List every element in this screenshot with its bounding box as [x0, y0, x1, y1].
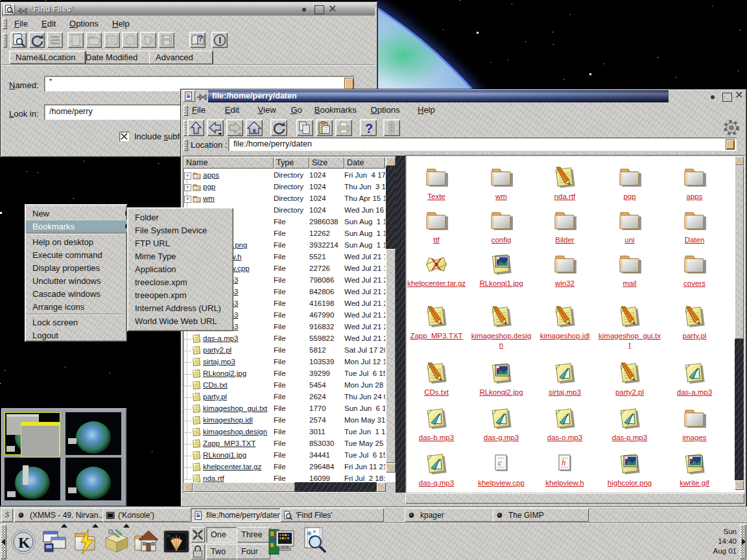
- window-tool-icon-button[interactable]: [191, 527, 205, 542]
- column-header-name[interactable]: Name: [184, 157, 274, 169]
- ff-toolbar-sheet-icon[interactable]: [104, 32, 120, 48]
- file-icon-item[interactable]: kwrite.gif: [663, 452, 726, 488]
- file-icon-item[interactable]: apps: [663, 165, 726, 202]
- desktop-button-three[interactable]: Three: [237, 527, 270, 542]
- submenu-item-file-system-device[interactable]: File System Device: [128, 224, 240, 237]
- menu-item-display-properties[interactable]: Display properties: [25, 261, 134, 274]
- task-button[interactable]: The GIMP: [493, 508, 589, 522]
- kfm-toolbar-paste-icon[interactable]: [316, 119, 333, 136]
- file-icon-item[interactable]: h khelpview.h: [534, 452, 596, 488]
- kfm-toolbar-forward-icon[interactable]: [226, 119, 243, 136]
- menu-item-bookmarks[interactable]: Bookmarks: [25, 220, 134, 233]
- scroll-down-icon[interactable]: [735, 480, 744, 490]
- file-icon-item[interactable]: covers: [663, 252, 726, 288]
- file-icon-item[interactable]: c khelpview.cpp: [470, 452, 532, 488]
- tree-row[interactable]: das-a.mp3 File 559822 Wed Jul 21 21: [184, 333, 385, 345]
- kfm-app-icon[interactable]: [183, 90, 195, 102]
- file-icon-item[interactable]: nda.rtf: [534, 165, 596, 202]
- ff-toolbar-reload-icon[interactable]: [29, 32, 45, 48]
- file-icon-item[interactable]: mail: [599, 252, 661, 288]
- kfm-toolbar-copy-icon[interactable]: [296, 119, 313, 136]
- task-button[interactable]: (XMMS - 49. Nirvan...: [14, 508, 108, 522]
- ff-toolbar-folder-icon[interactable]: [86, 32, 102, 48]
- tab-advanced[interactable]: Advanced: [149, 51, 213, 64]
- file-icon-item[interactable]: das-b.mp3: [405, 406, 468, 443]
- menu-item-unclutter-windows[interactable]: Unclutter windows: [25, 274, 134, 287]
- popup-arrow-icon[interactable]: [123, 524, 130, 528]
- kfm-menu-options[interactable]: Options: [371, 105, 400, 115]
- file-icon-item[interactable]: sirtaj.mp3: [534, 361, 596, 397]
- file-icon-item[interactable]: CDs.txt: [405, 361, 468, 397]
- menu-item-logout[interactable]: Logout: [25, 329, 134, 342]
- tree-row[interactable]: + wm Directory 1024 Thu Apr 15 17: [184, 193, 385, 205]
- menu-item-new[interactable]: New: [25, 207, 134, 220]
- file-icon-item[interactable]: Bilder: [534, 209, 596, 245]
- file-icon-item[interactable]: kimageshop_gui.txt: [599, 305, 661, 349]
- shade-button[interactable]: [711, 95, 715, 99]
- file-icon-item[interactable]: ttf: [405, 209, 468, 245]
- file-icon-item[interactable]: das-g.mp3: [470, 406, 532, 443]
- scroll-right-icon[interactable]: [377, 482, 386, 492]
- tree-row[interactable]: Zapp_MP3.TXT File 853030 Tue May 25 0: [184, 438, 385, 450]
- tree-row[interactable]: sirtaj.mp3 File 103539 Mon Jul 12 16: [184, 356, 385, 368]
- toolbar-grip[interactable]: [3, 33, 7, 48]
- menu-item-execute-command[interactable]: Execute command: [25, 248, 134, 261]
- panel-clock[interactable]: Sun 14:40 Aug 01: [686, 527, 737, 558]
- kfm-menu-edit[interactable]: Edit: [225, 105, 239, 115]
- kfm-menu-view[interactable]: View: [258, 105, 276, 115]
- lock-icon-button[interactable]: [191, 544, 205, 559]
- expander-icon[interactable]: +: [184, 172, 191, 180]
- icons-hscroll-thumb[interactable]: [405, 493, 744, 504]
- file-icon-item[interactable]: highcolor.png: [599, 452, 661, 488]
- menubar-grip[interactable]: [184, 105, 188, 116]
- close-icon[interactable]: ✕: [735, 90, 745, 100]
- kfm-toolbar-up-icon[interactable]: [187, 119, 204, 136]
- menubar-grip[interactable]: [3, 18, 7, 29]
- file-icon-item[interactable]: khelpcenter.tar.gz: [405, 252, 468, 288]
- file-icon-item[interactable]: Daten: [663, 209, 726, 245]
- tree-hscroll-thumb[interactable]: [193, 482, 295, 492]
- kfm-toolbar-stop-icon[interactable]: [383, 119, 400, 136]
- scroll-left-icon[interactable]: [184, 482, 193, 492]
- tree-row[interactable]: kimageshop.idl File 2574 Mon May 31 1: [184, 415, 385, 426]
- kfm-toolbar-back-icon[interactable]: [207, 119, 224, 136]
- kfm-menu-bookmarks[interactable]: Bookmarks: [314, 105, 357, 115]
- subfolders-checkbox[interactable]: [119, 132, 129, 141]
- file-icon-item[interactable]: config: [470, 209, 532, 245]
- tree-row[interactable]: party.pl File 2624 Thu Jun 24 01: [184, 391, 385, 403]
- kfm-toolbar-print-icon[interactable]: [335, 119, 352, 136]
- file-icon-item[interactable]: RLkonqi2.jpg: [470, 361, 532, 397]
- pager-desktop-2[interactable]: [65, 412, 121, 455]
- find-tool-icon[interactable]: [300, 526, 328, 557]
- ff-toolbar-info-icon[interactable]: [211, 32, 228, 48]
- toolbox-icon[interactable]: [102, 527, 131, 558]
- taskbar-menu-button[interactable]: S: [1, 508, 13, 522]
- scroll-down-icon[interactable]: [386, 463, 396, 472]
- submenu-item-folder[interactable]: Folder: [128, 211, 240, 224]
- maximize-button[interactable]: [722, 93, 732, 102]
- file-icon-item[interactable]: kimageshop.design: [470, 305, 532, 349]
- location-combo-button[interactable]: [726, 139, 735, 150]
- file-icon-item[interactable]: das-p.mp3: [599, 406, 661, 443]
- tree-row[interactable]: kimageshop_gui.txt File 1770 Sun Jun 6 1…: [184, 403, 385, 415]
- kfm-toolbar-help-icon[interactable]: ?: [360, 119, 377, 136]
- pager-desktop-4[interactable]: [65, 458, 121, 500]
- tab-date-modified[interactable]: Date Modified: [79, 51, 151, 64]
- tree-row[interactable]: + apps Directory 1024 Fri Jun 4 17:2: [184, 170, 385, 181]
- menu-item-arrange-icons[interactable]: Arrange icons: [25, 300, 134, 313]
- kfm-menu-file[interactable]: File: [192, 105, 206, 115]
- system-monitor-icon[interactable]: [268, 526, 295, 558]
- ff-toolbar-list-icon[interactable]: [47, 32, 63, 48]
- home-folder-icon[interactable]: [132, 527, 161, 558]
- ff-toolbar-save-icon[interactable]: [158, 32, 174, 48]
- k-menu-icon[interactable]: K: [9, 527, 38, 558]
- shade-button[interactable]: [302, 8, 306, 12]
- close-icon[interactable]: ✕: [328, 4, 338, 14]
- icons-vscroll-thumb[interactable]: [735, 165, 744, 339]
- submenu-item-treeopen-xpm[interactable]: treeopen.xpm: [128, 288, 240, 301]
- scroll-up-icon[interactable]: [386, 157, 396, 166]
- ff-toolbar-doc-icon[interactable]: [67, 32, 84, 48]
- file-icon-item[interactable]: das-a.mp3: [663, 361, 726, 397]
- ff-toolbar-help-book-icon[interactable]: ?: [189, 32, 206, 48]
- task-button[interactable]: ('Konsole'): [102, 508, 196, 522]
